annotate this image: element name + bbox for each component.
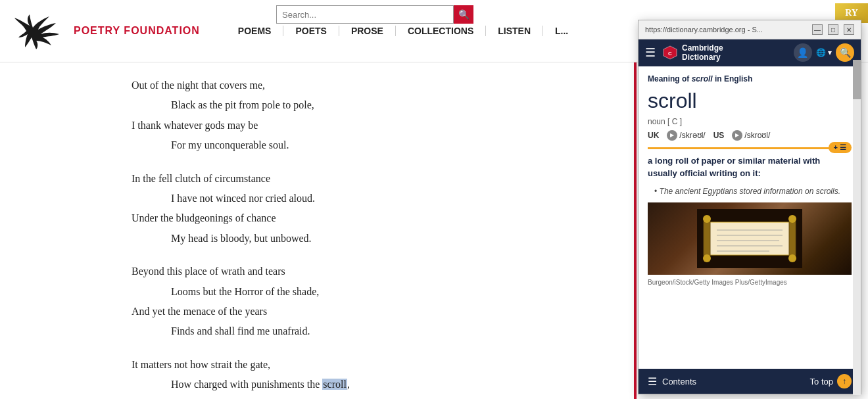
us-audio-icon: ▶: [732, 130, 742, 141]
dict-definition: a long roll of paper or similar material…: [648, 154, 852, 180]
svg-point-12: [703, 254, 711, 262]
svg-rect-5: [789, 219, 796, 258]
restore-button[interactable]: □: [828, 24, 838, 35]
scroll-svg: [697, 209, 802, 268]
minimize-button[interactable]: —: [812, 24, 823, 35]
to-top-label: To top: [810, 377, 833, 387]
dict-image: [648, 202, 852, 275]
dict-example: The ancient Egyptians stored information…: [648, 187, 852, 196]
dict-meaning-label: Meaning of scroll in English: [648, 74, 852, 83]
poem-line: I am the master of my fate,: [132, 394, 842, 399]
dict-nav: ☰ C Cambridge Dictionary 👤 🌐 ▾ 🔍: [639, 39, 861, 66]
red-border-decoration: [634, 62, 637, 399]
contents-label: Contents: [662, 377, 696, 387]
cambridge-logo-text: Cambridge Dictionary: [682, 43, 723, 62]
nav-collections[interactable]: COLLECTIONS: [396, 26, 486, 36]
nav-listen[interactable]: LISTEN: [486, 26, 543, 36]
user-icon[interactable]: 👤: [794, 43, 812, 62]
dict-nav-icons: 👤 🌐 ▾ 🔍: [794, 43, 854, 62]
dict-divider: + ☰: [648, 147, 852, 149]
dict-titlebar-buttons: — □ ✕: [812, 24, 854, 35]
search-input[interactable]: [276, 5, 454, 24]
scrollbar-thumb[interactable]: [853, 60, 861, 99]
dict-url: https://dictionary.cambridge.org - S...: [645, 26, 812, 34]
pf-title: POETRY FOUNDATION: [74, 25, 200, 37]
dict-pos: noun [ C ]: [648, 117, 852, 126]
uk-label: UK: [648, 131, 659, 140]
scrollbar-track[interactable]: [853, 60, 861, 395]
language-selector[interactable]: 🌐 ▾: [816, 48, 832, 57]
dict-bottom-bar: ☰ Contents To top ↑: [639, 369, 861, 394]
search-bar: 🔍: [276, 5, 473, 24]
pf-bird-icon: [13, 11, 66, 51]
add-to-list-button[interactable]: + ☰: [829, 142, 852, 153]
dict-phonetics: UK ▶ /skrəʊl/ US ▶ /skroʊl/: [648, 130, 852, 141]
nav-poems[interactable]: POEMS: [226, 26, 284, 36]
svg-rect-4: [704, 219, 710, 258]
pf-logo: POETRY FOUNDATION: [13, 11, 200, 51]
to-top-icon: ↑: [837, 374, 852, 388]
nav-prose[interactable]: PROSE: [339, 26, 396, 36]
uk-audio-icon: ▶: [667, 130, 677, 141]
dict-headword: scroll: [648, 89, 852, 113]
svg-point-11: [703, 215, 711, 223]
cambridge-logo: C Cambridge Dictionary: [662, 43, 723, 62]
pf-nav: POEMS POETS PROSE COLLECTIONS LISTEN L..…: [226, 26, 580, 36]
bottom-hamburger-icon: ☰: [648, 375, 657, 388]
highlighted-scroll-word: scroll: [322, 379, 347, 390]
dict-search-icon[interactable]: 🔍: [836, 43, 854, 62]
dict-image-credit: Burgeon/iStock/Getty Images Plus/GettyIm…: [648, 279, 852, 286]
svg-point-14: [788, 254, 796, 262]
hamburger-icon[interactable]: ☰: [645, 45, 656, 60]
to-top-button[interactable]: To top ↑: [810, 374, 852, 388]
svg-text:C: C: [668, 51, 672, 57]
svg-rect-3: [707, 222, 792, 255]
dict-content: Meaning of scroll in English scroll noun…: [639, 66, 861, 369]
cambridge-shield-icon: C: [662, 45, 678, 60]
dict-titlebar: https://dictionary.cambridge.org - S... …: [639, 20, 861, 39]
us-audio-button[interactable]: ▶ /skroʊl/: [732, 130, 770, 141]
uk-audio-button[interactable]: ▶ /skrəʊl/: [667, 130, 705, 141]
nav-poets[interactable]: POETS: [283, 26, 339, 36]
search-button[interactable]: 🔍: [454, 5, 473, 24]
dictionary-popup: https://dictionary.cambridge.org - S... …: [638, 20, 861, 394]
nav-more[interactable]: L...: [543, 26, 580, 36]
scroll-illustration: [648, 202, 852, 275]
dict-bottom-hamburger[interactable]: ☰ Contents: [648, 375, 696, 388]
svg-point-13: [788, 215, 796, 223]
close-button[interactable]: ✕: [844, 24, 854, 35]
us-label: US: [713, 131, 725, 140]
